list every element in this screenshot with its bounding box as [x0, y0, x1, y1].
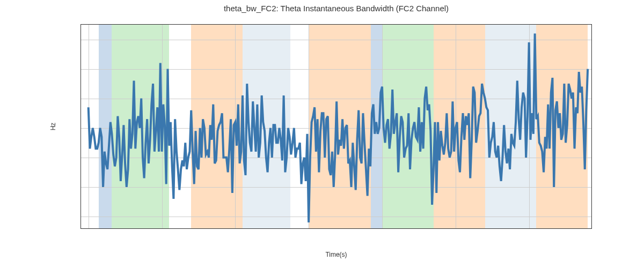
chart-title: theta_bw_FC2: Theta Instantaneous Bandwi…	[224, 4, 449, 13]
line-plot-svg	[81, 25, 591, 228]
y-axis-label: Hz	[49, 123, 57, 131]
plot-area: 01000200030004000500060001.41.51.61.71.8…	[80, 24, 592, 229]
x-axis-label: Time(s)	[325, 251, 347, 258]
data-line	[89, 34, 588, 222]
chart-container: theta_bw_FC2: Theta Instantaneous Bandwi…	[80, 13, 592, 240]
